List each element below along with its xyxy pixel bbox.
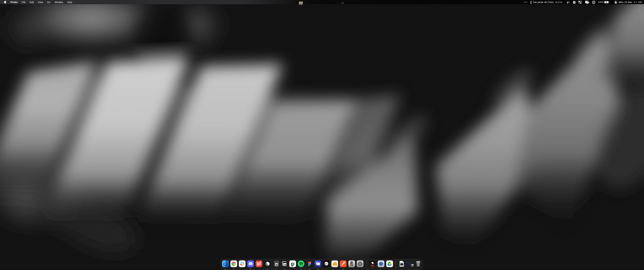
svg-text:N: N bbox=[275, 263, 278, 266]
svg-text:g: g bbox=[291, 261, 294, 266]
svg-text:raycast: raycast bbox=[371, 265, 374, 266]
svg-text:10: 10 bbox=[284, 263, 286, 266]
svg-text:11: 11 bbox=[412, 265, 413, 266]
